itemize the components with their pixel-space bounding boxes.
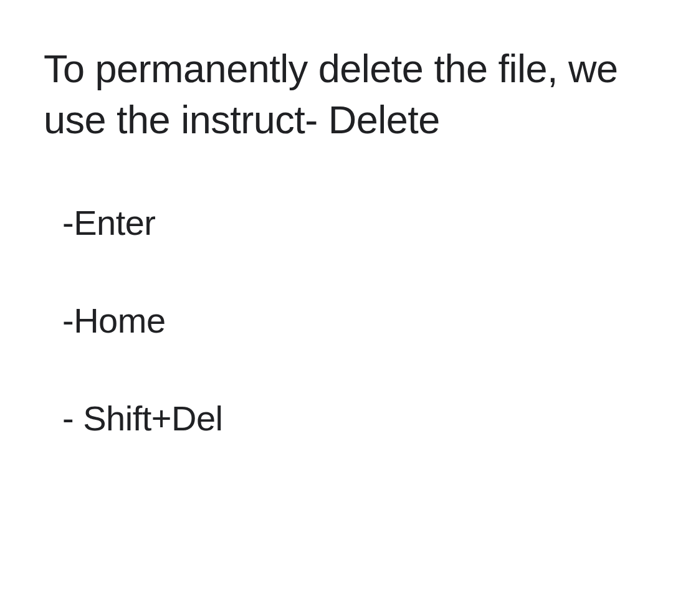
options-list: -Enter -Home - Shift+Del [44, 202, 629, 440]
option-item: -Enter [62, 202, 629, 244]
question-text: To permanently delete the file, we use t… [44, 44, 629, 146]
option-item: - Shift+Del [62, 397, 629, 439]
option-item: -Home [62, 300, 629, 341]
